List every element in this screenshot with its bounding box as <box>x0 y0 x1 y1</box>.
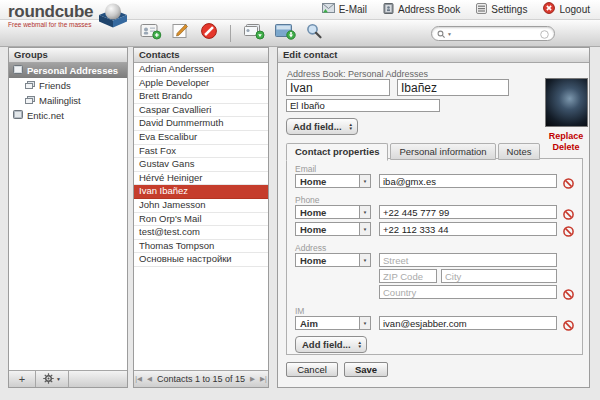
groups-panel: Groups Personal Addresses Friends Mailin… <box>8 47 128 388</box>
edit-contact-panel: Edit contact Address Book: Personal Addr… <box>277 47 590 388</box>
address-type-select[interactable]: Home▼ <box>295 253 371 267</box>
add-group-button[interactable]: + <box>9 371 36 387</box>
im-section-label: IM <box>295 306 304 316</box>
replace-photo-link[interactable]: Replace <box>536 131 596 142</box>
contact-list-item[interactable]: Apple Developer <box>134 77 268 91</box>
logout-icon <box>543 2 555 16</box>
street-field[interactable] <box>379 253 557 267</box>
contact-list-item[interactable]: Caspar Cavallieri <box>134 104 268 118</box>
add-field-dropdown[interactable]: Add field... ▲▼ <box>295 336 367 353</box>
group-item-friends[interactable]: Friends <box>9 78 127 93</box>
contact-list-item[interactable]: Eva Escalibur <box>134 131 268 145</box>
pager-next-icon[interactable]: ▶ <box>250 371 255 387</box>
search-button[interactable] <box>305 22 323 44</box>
chevron-down-icon: ▼ <box>359 206 370 218</box>
settings-icon <box>476 3 487 16</box>
remove-email-icon[interactable] <box>563 175 574 186</box>
phone-value-field[interactable] <box>379 222 557 236</box>
im-type-select[interactable]: Aim▼ <box>295 316 371 330</box>
delete-photo-link[interactable]: Delete <box>536 142 596 153</box>
logo-title: roundcube <box>8 4 93 20</box>
phone-value-field[interactable] <box>379 205 557 219</box>
groups-list: Personal Addresses Friends Mailinglist E… <box>9 63 127 123</box>
chevron-down-icon: ▼ <box>359 175 370 187</box>
zip-field[interactable] <box>379 269 437 283</box>
contact-list-item[interactable]: Ron Orp's Mail <box>134 213 268 227</box>
logo: roundcube Free webmail for the masses <box>8 4 130 32</box>
pager-first-icon[interactable]: |◀ <box>135 371 142 387</box>
nav-logout-label: Logout <box>559 4 590 15</box>
contact-list-item-selected[interactable]: Ivan Ibañez <box>134 185 268 199</box>
displayname-field[interactable] <box>286 99 440 112</box>
contacts-pagination: |◀ ◀ Contacts 1 to 15 of 15 ▶ ▶| <box>134 370 268 387</box>
search-clear-icon[interactable] <box>540 25 549 43</box>
surname-field[interactable] <box>397 79 509 96</box>
import-contacts-button[interactable] <box>243 22 265 44</box>
main-nav: E-Mail Address Book Settings Logout <box>322 2 590 16</box>
gear-icon <box>43 373 54 386</box>
contact-list-item[interactable]: Fast Fox <box>134 145 268 159</box>
phone-type-select[interactable]: Home▼ <box>295 205 371 219</box>
group-item-mailinglist[interactable]: Mailinglist <box>9 93 127 108</box>
edit-pencil-icon <box>171 22 191 44</box>
nav-settings[interactable]: Settings <box>476 3 527 16</box>
chevron-down-icon: ▼ <box>359 223 370 235</box>
delete-contact-button[interactable] <box>200 22 218 44</box>
add-field-label: Add field... <box>302 339 351 350</box>
groups-options-button[interactable]: ▼ <box>36 371 69 387</box>
contact-list-item[interactable]: test@test.com <box>134 226 268 240</box>
nav-email[interactable]: E-Mail <box>322 3 367 15</box>
tab-personal-information[interactable]: Personal information <box>390 143 495 160</box>
add-contact-button[interactable] <box>140 22 162 44</box>
search-box[interactable]: ▼ <box>431 26 555 41</box>
address-book-icon <box>13 110 23 121</box>
remove-phone-icon[interactable] <box>563 206 574 217</box>
pager-last-icon[interactable]: ▶| <box>260 371 267 387</box>
contact-list-item[interactable]: Gustav Gans <box>134 158 268 172</box>
nav-address-book[interactable]: Address Book <box>383 3 460 16</box>
group-item-entic-net[interactable]: Entic.net <box>9 108 127 123</box>
contact-list-item[interactable]: David Dummermuth <box>134 117 268 131</box>
phone-type-select[interactable]: Home▼ <box>295 222 371 236</box>
edit-contact-button[interactable] <box>171 22 191 44</box>
contacts-list: Adrian Anderssen Apple Developer Brett B… <box>134 63 268 267</box>
chevron-down-icon: ▼ <box>56 376 61 382</box>
email-type-select[interactable]: Home▼ <box>295 174 371 188</box>
nav-logout[interactable]: Logout <box>543 2 590 16</box>
phone-section-label: Phone <box>295 195 320 205</box>
roundcube-cube-icon <box>96 2 130 32</box>
remove-phone-icon[interactable] <box>563 223 574 234</box>
email-value-field[interactable] <box>379 174 557 188</box>
contact-list-item[interactable]: Основные настройки <box>134 253 268 267</box>
contacts-panel-title: Contacts <box>134 48 268 63</box>
add-field-label: Add field... <box>293 121 342 132</box>
contact-photo <box>545 78 588 127</box>
pager-prev-icon[interactable]: ◀ <box>147 371 152 387</box>
add-field-dropdown[interactable]: Add field... ▲▼ <box>286 118 358 135</box>
contact-list-item[interactable]: Thomas Tompson <box>134 240 268 254</box>
spinner-arrows-icon: ▲▼ <box>349 123 353 130</box>
address-book-label: Address Book: Personal Addresses <box>287 69 428 79</box>
city-field[interactable] <box>441 269 557 283</box>
address-row-street: Home▼ <box>295 253 574 267</box>
contact-list-item[interactable]: Brett Brando <box>134 90 268 104</box>
tab-notes[interactable]: Notes <box>498 143 541 160</box>
address-section-label: Address <box>295 243 326 253</box>
country-field[interactable] <box>379 285 557 299</box>
nav-address-book-label: Address Book <box>398 4 460 15</box>
remove-address-icon[interactable] <box>563 286 574 297</box>
save-button[interactable]: Save <box>344 362 388 377</box>
firstname-field[interactable] <box>286 79 390 96</box>
chevron-down-icon: ▼ <box>359 317 370 329</box>
tab-contact-properties[interactable]: Contact properties <box>286 143 388 161</box>
remove-im-icon[interactable] <box>563 317 574 328</box>
contact-list-item[interactable]: John Jamesson <box>134 199 268 213</box>
search-input[interactable] <box>452 27 540 40</box>
cancel-button[interactable]: Cancel <box>286 362 338 377</box>
contact-list-item[interactable]: Adrian Anderssen <box>134 63 268 77</box>
im-value-field[interactable] <box>379 316 557 330</box>
contact-list-item[interactable]: Hérvé Heiniger <box>134 172 268 186</box>
address-book-icon <box>383 3 394 16</box>
export-contacts-button[interactable] <box>274 22 296 44</box>
group-item-personal-addresses[interactable]: Personal Addresses <box>9 63 127 78</box>
